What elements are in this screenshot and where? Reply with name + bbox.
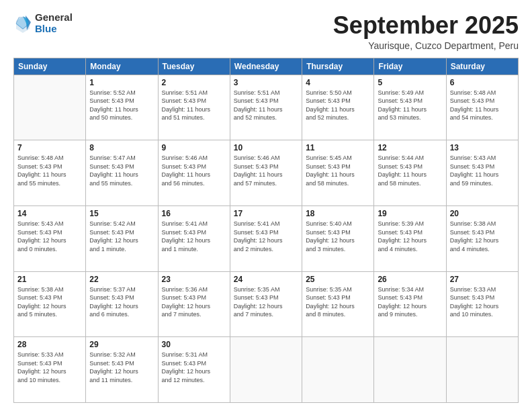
table-row: 6Sunrise: 5:48 AM Sunset: 5:43 PM Daylig… [446,75,518,140]
table-row: 22Sunrise: 5:37 AM Sunset: 5:43 PM Dayli… [86,271,158,337]
logo-general-text: General [35,12,73,24]
header-wednesday: Wednesday [230,58,302,75]
day-number: 28 [17,340,82,349]
day-info: Sunrise: 5:52 AM Sunset: 5:43 PM Dayligh… [89,89,154,122]
day-info: Sunrise: 5:46 AM Sunset: 5:43 PM Dayligh… [162,154,226,187]
table-row: 8Sunrise: 5:47 AM Sunset: 5:43 PM Daylig… [86,140,158,206]
table-row: 28Sunrise: 5:33 AM Sunset: 5:43 PM Dayli… [14,337,86,403]
table-row: 13Sunrise: 5:43 AM Sunset: 5:43 PM Dayli… [446,140,518,206]
day-info: Sunrise: 5:38 AM Sunset: 5:43 PM Dayligh… [17,285,82,319]
day-number: 2 [162,78,226,87]
day-number: 5 [378,78,442,87]
day-info: Sunrise: 5:47 AM Sunset: 5:43 PM Dayligh… [89,154,154,187]
day-number: 30 [162,340,226,349]
day-number: 21 [17,275,82,284]
day-info: Sunrise: 5:42 AM Sunset: 5:43 PM Dayligh… [89,220,154,253]
table-row: 4Sunrise: 5:50 AM Sunset: 5:43 PM Daylig… [302,75,374,140]
calendar-week-row: 1Sunrise: 5:52 AM Sunset: 5:43 PM Daylig… [14,75,519,140]
day-info: Sunrise: 5:43 AM Sunset: 5:43 PM Dayligh… [17,220,82,253]
day-number: 4 [306,78,370,87]
table-row: 16Sunrise: 5:41 AM Sunset: 5:43 PM Dayli… [158,205,230,271]
day-number: 22 [89,275,154,284]
day-info: Sunrise: 5:41 AM Sunset: 5:43 PM Dayligh… [234,220,298,253]
table-row: 5Sunrise: 5:49 AM Sunset: 5:43 PM Daylig… [374,75,446,140]
table-row [302,337,374,403]
page: General Blue September 2025 Yaurisque, C… [0,0,532,411]
day-number: 19 [378,209,442,218]
day-info: Sunrise: 5:51 AM Sunset: 5:43 PM Dayligh… [162,89,226,122]
header: General Blue September 2025 Yaurisque, C… [13,12,519,51]
day-number: 11 [306,143,370,152]
calendar-header-row: Sunday Monday Tuesday Wednesday Thursday… [14,58,519,75]
day-number: 13 [450,143,515,152]
table-row: 11Sunrise: 5:45 AM Sunset: 5:43 PM Dayli… [302,140,374,206]
table-row: 1Sunrise: 5:52 AM Sunset: 5:43 PM Daylig… [86,75,158,140]
day-info: Sunrise: 5:51 AM Sunset: 5:43 PM Dayligh… [234,89,298,122]
logo-blue-text: Blue [35,24,73,35]
header-thursday: Thursday [302,58,374,75]
title-block: September 2025 Yaurisque, Cuzco Departme… [333,12,519,51]
day-number: 1 [89,78,154,87]
month-title: September 2025 [333,12,519,39]
header-monday: Monday [86,58,158,75]
day-info: Sunrise: 5:41 AM Sunset: 5:43 PM Dayligh… [162,220,226,253]
day-number: 7 [17,143,82,152]
day-number: 6 [450,78,515,87]
table-row: 26Sunrise: 5:34 AM Sunset: 5:43 PM Dayli… [374,271,446,337]
table-row: 19Sunrise: 5:39 AM Sunset: 5:43 PM Dayli… [374,205,446,271]
table-row [374,337,446,403]
day-number: 17 [234,209,298,218]
table-row: 29Sunrise: 5:32 AM Sunset: 5:43 PM Dayli… [86,337,158,403]
day-info: Sunrise: 5:46 AM Sunset: 5:43 PM Dayligh… [234,154,298,187]
table-row: 20Sunrise: 5:38 AM Sunset: 5:43 PM Dayli… [446,205,518,271]
calendar-week-row: 21Sunrise: 5:38 AM Sunset: 5:43 PM Dayli… [14,271,519,337]
day-number: 12 [378,143,442,152]
day-number: 20 [450,209,515,218]
table-row: 14Sunrise: 5:43 AM Sunset: 5:43 PM Dayli… [14,205,86,271]
day-info: Sunrise: 5:37 AM Sunset: 5:43 PM Dayligh… [89,285,154,319]
day-number: 26 [378,275,442,284]
table-row: 30Sunrise: 5:31 AM Sunset: 5:43 PM Dayli… [158,337,230,403]
day-number: 10 [234,143,298,152]
logo-text: General Blue [35,12,73,34]
day-info: Sunrise: 5:36 AM Sunset: 5:43 PM Dayligh… [162,285,226,319]
day-number: 8 [89,143,154,152]
table-row: 12Sunrise: 5:44 AM Sunset: 5:43 PM Dayli… [374,140,446,206]
table-row [446,337,518,403]
table-row: 27Sunrise: 5:33 AM Sunset: 5:43 PM Dayli… [446,271,518,337]
day-info: Sunrise: 5:48 AM Sunset: 5:43 PM Dayligh… [17,154,82,187]
calendar-week-row: 28Sunrise: 5:33 AM Sunset: 5:43 PM Dayli… [14,337,519,403]
table-row [14,75,86,140]
day-info: Sunrise: 5:40 AM Sunset: 5:43 PM Dayligh… [306,220,370,253]
day-info: Sunrise: 5:50 AM Sunset: 5:43 PM Dayligh… [306,89,370,122]
table-row: 21Sunrise: 5:38 AM Sunset: 5:43 PM Dayli… [14,271,86,337]
calendar-week-row: 7Sunrise: 5:48 AM Sunset: 5:43 PM Daylig… [14,140,519,206]
table-row: 25Sunrise: 5:35 AM Sunset: 5:43 PM Dayli… [302,271,374,337]
day-number: 18 [306,209,370,218]
logo-icon [13,14,32,33]
day-number: 24 [234,275,298,284]
table-row: 9Sunrise: 5:46 AM Sunset: 5:43 PM Daylig… [158,140,230,206]
table-row: 15Sunrise: 5:42 AM Sunset: 5:43 PM Dayli… [86,205,158,271]
table-row: 7Sunrise: 5:48 AM Sunset: 5:43 PM Daylig… [14,140,86,206]
day-info: Sunrise: 5:35 AM Sunset: 5:43 PM Dayligh… [306,285,370,319]
day-info: Sunrise: 5:31 AM Sunset: 5:43 PM Dayligh… [162,351,226,384]
day-number: 15 [89,209,154,218]
day-info: Sunrise: 5:32 AM Sunset: 5:43 PM Dayligh… [89,351,154,384]
table-row: 24Sunrise: 5:35 AM Sunset: 5:43 PM Dayli… [230,271,302,337]
day-info: Sunrise: 5:34 AM Sunset: 5:43 PM Dayligh… [378,285,442,319]
day-number: 9 [162,143,226,152]
calendar-table: Sunday Monday Tuesday Wednesday Thursday… [13,58,519,403]
day-info: Sunrise: 5:44 AM Sunset: 5:43 PM Dayligh… [378,154,442,187]
day-info: Sunrise: 5:39 AM Sunset: 5:43 PM Dayligh… [378,220,442,253]
day-info: Sunrise: 5:33 AM Sunset: 5:43 PM Dayligh… [17,351,82,384]
day-info: Sunrise: 5:35 AM Sunset: 5:43 PM Dayligh… [234,285,298,319]
table-row [230,337,302,403]
day-info: Sunrise: 5:33 AM Sunset: 5:43 PM Dayligh… [450,285,515,319]
table-row: 17Sunrise: 5:41 AM Sunset: 5:43 PM Dayli… [230,205,302,271]
table-row: 18Sunrise: 5:40 AM Sunset: 5:43 PM Dayli… [302,205,374,271]
day-info: Sunrise: 5:43 AM Sunset: 5:43 PM Dayligh… [450,154,515,187]
day-number: 25 [306,275,370,284]
logo: General Blue [13,12,73,34]
day-number: 23 [162,275,226,284]
